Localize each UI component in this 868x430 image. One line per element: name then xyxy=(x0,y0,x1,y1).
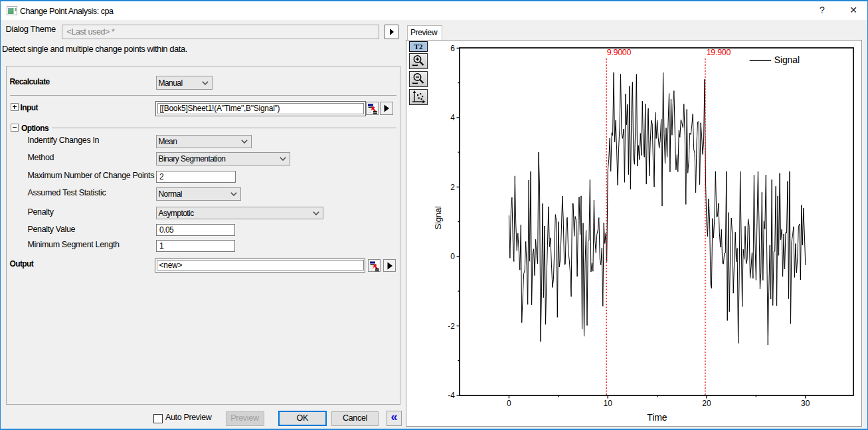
svg-text:Signal: Signal xyxy=(774,54,800,65)
svg-text:20: 20 xyxy=(702,399,711,408)
svg-text:2: 2 xyxy=(450,183,455,192)
svg-text:Time: Time xyxy=(647,412,667,423)
svg-text:0: 0 xyxy=(450,252,455,261)
svg-text:-4: -4 xyxy=(448,391,455,400)
svg-text:10: 10 xyxy=(604,399,613,408)
svg-text:-2: -2 xyxy=(448,322,455,331)
svg-text:Signal: Signal xyxy=(433,206,443,230)
svg-text:4: 4 xyxy=(450,113,455,122)
svg-text:0: 0 xyxy=(507,399,511,408)
svg-text:30: 30 xyxy=(801,399,810,408)
svg-text:19.900: 19.900 xyxy=(707,48,731,57)
svg-text:9.9000: 9.9000 xyxy=(607,48,632,57)
svg-text:6: 6 xyxy=(450,44,455,53)
